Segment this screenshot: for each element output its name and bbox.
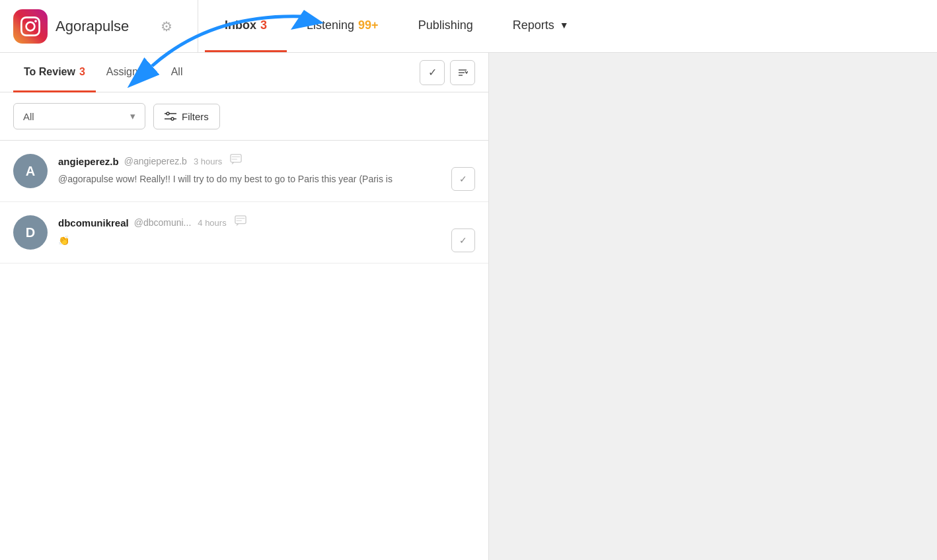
nav-reports[interactable]: Reports ▼ [493,0,589,52]
select-dropdown[interactable]: All ▾ [13,103,145,129]
svg-rect-11 [231,155,241,162]
brand-area: Agorapulse ⚙ [13,0,198,52]
inbox-badge: 3 [260,18,267,32]
svg-point-5 [167,112,169,115]
gear-icon[interactable]: ⚙ [161,18,172,34]
filter-icon [165,111,176,122]
filters-label: Filters [182,111,209,122]
message-time-1: 3 hours [194,157,222,166]
message-item[interactable]: D dbcomunikreal @dbcomuni... 4 hours [0,202,488,263]
check-button-1[interactable]: ✓ [451,167,475,191]
message-body-2: dbcomunikreal @dbcomuni... 4 hours [58,215,475,248]
message-item[interactable]: A angieperez.b @angieperez.b 3 hours [0,141,488,202]
message-time-2: 4 hours [198,218,226,228]
reports-dropdown-icon: ▼ [560,20,569,30]
listening-badge: 99+ [358,18,379,32]
message-handle-1: @angieperez.b [124,156,187,166]
chevron-down-icon: ▾ [130,110,135,122]
brand-name: Agorapulse [56,18,129,35]
nav-publishing[interactable]: Publishing [398,0,493,52]
message-text-2: 👏 [58,234,475,248]
tab-all-label: All [171,66,183,78]
message-chat-icon-2 [235,215,246,230]
message-header-1: angieperez.b @angieperez.b 3 hours [58,154,475,168]
tab-assigned[interactable]: Assigned [96,53,161,92]
message-chat-icon-1 [230,154,242,168]
nav-inbox[interactable]: Inbox 3 [205,0,287,52]
svg-rect-14 [235,216,246,224]
right-panel [489,53,937,560]
content-area: To Review 3 Assigned All ✓ [0,53,937,560]
message-username-1: angieperez.b [58,156,119,167]
tab-to-review-label: To Review [24,66,75,78]
sort-button[interactable] [450,60,475,85]
filters-button[interactable]: Filters [153,104,220,129]
left-panel: To Review 3 Assigned All ✓ [0,53,489,560]
sub-tabs-bar: To Review 3 Assigned All ✓ [0,53,488,92]
message-header-2: dbcomunikreal @dbcomuni... 4 hours [58,215,475,230]
select-label: All [23,111,34,122]
sub-tab-actions: ✓ [420,60,475,85]
tab-all[interactable]: All [161,53,194,92]
tab-assigned-label: Assigned [106,66,150,78]
check-button-2[interactable]: ✓ [451,228,475,252]
nav-listening[interactable]: Listening 99+ [287,0,398,52]
message-body-1: angieperez.b @angieperez.b 3 hours [58,154,475,186]
avatar-dbcomunikreal: D [13,215,48,250]
message-text-1: @agorapulse wow! Really!! I will try to … [58,172,475,186]
tab-to-review[interactable]: To Review 3 [13,53,96,92]
filter-bar: All ▾ Filters [0,92,488,141]
message-list: A angieperez.b @angieperez.b 3 hours [0,141,488,560]
instagram-icon [13,9,48,44]
mark-all-read-button[interactable]: ✓ [420,60,445,85]
message-username-2: dbcomunikreal [58,217,129,228]
message-handle-2: @dbcomuni... [134,217,192,228]
svg-point-8 [171,118,174,120]
to-review-badge: 3 [79,66,85,78]
main-nav: Inbox 3 Listening 99+ Publishing Reports… [198,0,924,52]
avatar-angieperez: A [13,154,48,188]
